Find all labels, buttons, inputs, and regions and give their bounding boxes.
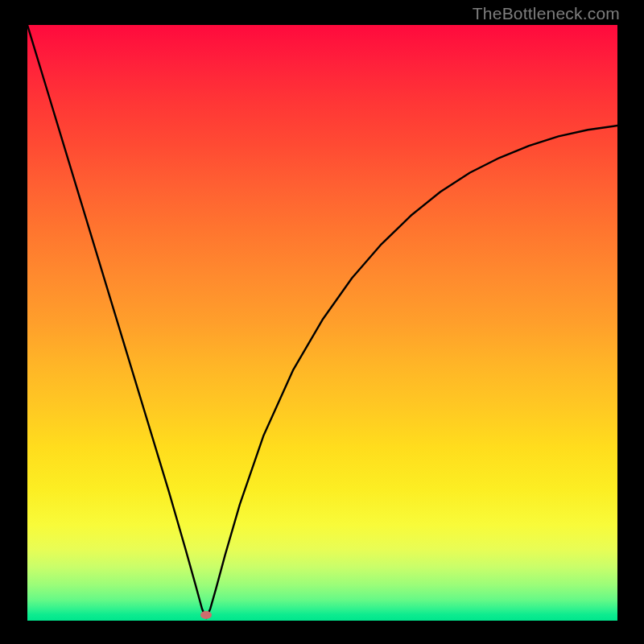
bottleneck-curve <box>27 25 617 621</box>
plot-area <box>27 25 617 621</box>
watermark-text: TheBottleneck.com <box>473 4 620 23</box>
min-point-marker <box>200 611 212 619</box>
chart-frame: TheBottleneck.com <box>0 0 644 644</box>
